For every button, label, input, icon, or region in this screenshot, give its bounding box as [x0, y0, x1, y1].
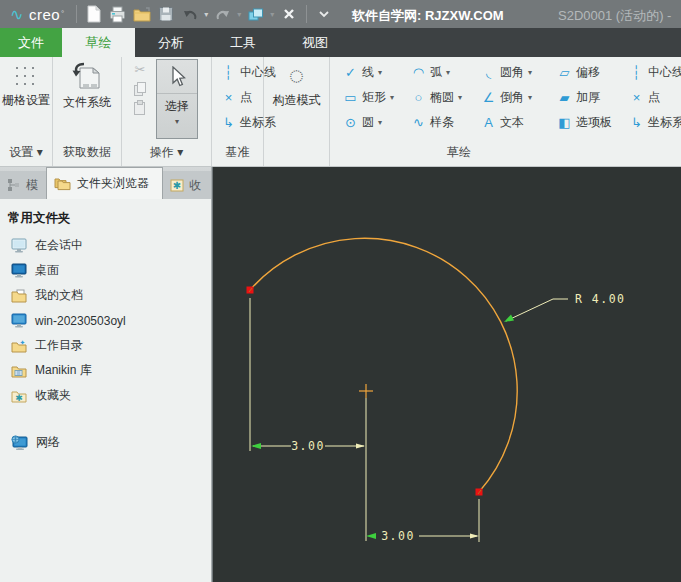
- line-button[interactable]: ✓线▾: [342, 60, 410, 85]
- spline-button[interactable]: ∿样条: [410, 110, 480, 135]
- titlebar-separator: [76, 5, 77, 23]
- new-file-icon: [86, 5, 101, 23]
- open-file-button[interactable]: [130, 3, 154, 25]
- network-icon: [11, 435, 28, 450]
- get-data-group-label: 获取数据: [53, 144, 121, 161]
- dimension-radius[interactable]: R 4.00: [504, 292, 626, 322]
- text-icon: A: [480, 115, 497, 130]
- cut-icon[interactable]: ✂: [135, 63, 146, 76]
- tab-favorites[interactable]: ✱ 收: [163, 171, 211, 199]
- folder-item-favorites[interactable]: ✱ 收藏夹: [0, 383, 211, 408]
- chamfer-button[interactable]: ∠倒角▾: [480, 85, 556, 110]
- fillet-label: 圆角: [500, 64, 524, 81]
- tab-view[interactable]: 视图: [279, 28, 351, 57]
- redo-dropdown-caret[interactable]: ▾: [235, 10, 244, 19]
- undo-button[interactable]: [178, 3, 202, 25]
- datum-point-button[interactable]: × 点: [220, 85, 263, 110]
- thicken-button[interactable]: ▰加厚: [556, 85, 628, 110]
- toolbar-options-button[interactable]: [312, 3, 336, 25]
- copy-icon[interactable]: [134, 82, 146, 95]
- fillet-button[interactable]: ◟圆角▾: [480, 60, 556, 85]
- settings-group-label[interactable]: 设置 ▾: [0, 144, 52, 161]
- paste-icon[interactable]: [134, 101, 146, 115]
- tab-file[interactable]: 文件: [0, 28, 62, 57]
- dimension-arrow-green: [251, 443, 261, 449]
- operations-group-label[interactable]: 操作 ▾: [122, 144, 211, 161]
- common-folders-header: 常用文件夹: [0, 199, 211, 233]
- save-button[interactable]: [154, 3, 178, 25]
- tab-analysis[interactable]: 分析: [135, 28, 207, 57]
- arc-button[interactable]: ◠弧▾: [410, 60, 480, 85]
- line-icon: ✓: [342, 65, 359, 80]
- library-folder-icon: [11, 364, 27, 378]
- line-caret-icon[interactable]: ▾: [378, 68, 382, 77]
- windows-dropdown-caret[interactable]: ▾: [268, 10, 277, 19]
- radius-dim-text[interactable]: R 4.00: [575, 292, 626, 306]
- ribbon-group-get-data: 文件系统 获取数据: [53, 57, 122, 166]
- folder-item-label: 我的文档: [35, 287, 83, 304]
- circle-caret-icon[interactable]: ▾: [378, 118, 382, 127]
- offset-label: 偏移: [576, 64, 600, 81]
- text-button[interactable]: A文本: [480, 110, 556, 135]
- tab-tools[interactable]: 工具: [207, 28, 279, 57]
- sketch-arc[interactable]: [250, 238, 517, 492]
- sketch-canvas[interactable]: 3.00 3.00 R 4.00: [212, 167, 681, 582]
- arc-label: 弧: [430, 64, 442, 81]
- undo-dropdown-caret[interactable]: ▾: [202, 10, 211, 19]
- folder-item-documents[interactable]: 我的文档: [0, 283, 211, 308]
- radius-arrow-green: [504, 315, 514, 323]
- bottom-dim-text[interactable]: 3.00: [381, 529, 415, 543]
- redo-button[interactable]: [211, 3, 235, 25]
- folder-item-manikin-library[interactable]: Manikin 库: [0, 358, 211, 383]
- circle-button[interactable]: ⊙圆▾: [342, 110, 410, 135]
- construction-mode-label: 构造模式: [273, 92, 321, 109]
- dimension-extension-lines: [250, 298, 479, 542]
- arc-caret-icon[interactable]: ▾: [446, 68, 450, 77]
- file-system-label: 文件系统: [63, 94, 111, 111]
- select-button[interactable]: 选择 ▾: [156, 59, 198, 139]
- tab-folder-browser[interactable]: 文件夹浏览器: [46, 167, 163, 199]
- ellipse-caret-icon[interactable]: ▾: [458, 93, 462, 102]
- computer-monitor-icon: [11, 313, 27, 328]
- file-system-button[interactable]: 文件系统: [53, 57, 121, 111]
- dimension-bottom[interactable]: 3.00: [366, 529, 479, 543]
- new-file-button[interactable]: [82, 3, 106, 25]
- close-button[interactable]: [277, 3, 301, 25]
- construction-centerline-button[interactable]: ┆中心线▾: [628, 60, 681, 85]
- folder-item-working-directory[interactable]: ✦ 工作目录: [0, 333, 211, 358]
- ellipse-icon: ○: [410, 90, 427, 105]
- horizontal-dim-text[interactable]: 3.00: [291, 439, 325, 453]
- chamfer-caret-icon[interactable]: ▾: [528, 93, 532, 102]
- select-caret-icon[interactable]: ▾: [175, 117, 179, 126]
- palette-button[interactable]: ◧选项板: [556, 110, 628, 135]
- folder-item-in-session[interactable]: 在会话中: [0, 233, 211, 258]
- datum-centerline-button[interactable]: ┆ 中心线: [220, 60, 263, 85]
- construction-point-button[interactable]: ×点: [628, 85, 681, 110]
- tab-model-tree[interactable]: 模: [0, 171, 46, 199]
- regenerate-windows-button[interactable]: [244, 3, 268, 25]
- construction-csys-button[interactable]: ↳坐标系: [628, 110, 681, 135]
- folder-item-desktop[interactable]: 桌面: [0, 258, 211, 283]
- fillet-caret-icon[interactable]: ▾: [528, 68, 532, 77]
- folder-item-network[interactable]: 网络: [0, 430, 211, 455]
- rectangle-caret-icon[interactable]: ▾: [390, 93, 394, 102]
- print-button[interactable]: [106, 3, 130, 25]
- sketch-drawing: 3.00 3.00 R 4.00: [213, 167, 681, 582]
- fillet-icon: ◟: [480, 65, 497, 80]
- rectangle-button[interactable]: ▭矩形▾: [342, 85, 410, 110]
- documents-folder-icon: [11, 289, 27, 303]
- dimension-horizontal[interactable]: 3.00: [251, 439, 365, 453]
- datum-csys-button[interactable]: ↳ 坐标系: [220, 110, 263, 135]
- grid-settings-button[interactable]: 栅格设置: [0, 57, 52, 109]
- arc-center-cross[interactable]: [359, 384, 373, 398]
- point-icon: ×: [628, 90, 645, 105]
- ribbon-tab-bar: 文件 草绘 分析 工具 视图: [0, 28, 681, 57]
- offset-button[interactable]: ▱偏移: [556, 60, 628, 85]
- palette-icon: ◧: [556, 115, 573, 130]
- construction-mode-button[interactable]: ◌ 构造模式: [264, 57, 329, 109]
- folder-item-computer[interactable]: win-20230503oyl: [0, 308, 211, 333]
- dimension-arrow: [356, 444, 365, 449]
- coordinate-system-icon: ↳: [628, 115, 645, 130]
- tab-sketch[interactable]: 草绘: [62, 28, 135, 57]
- ellipse-button[interactable]: ○椭圆▾: [410, 85, 480, 110]
